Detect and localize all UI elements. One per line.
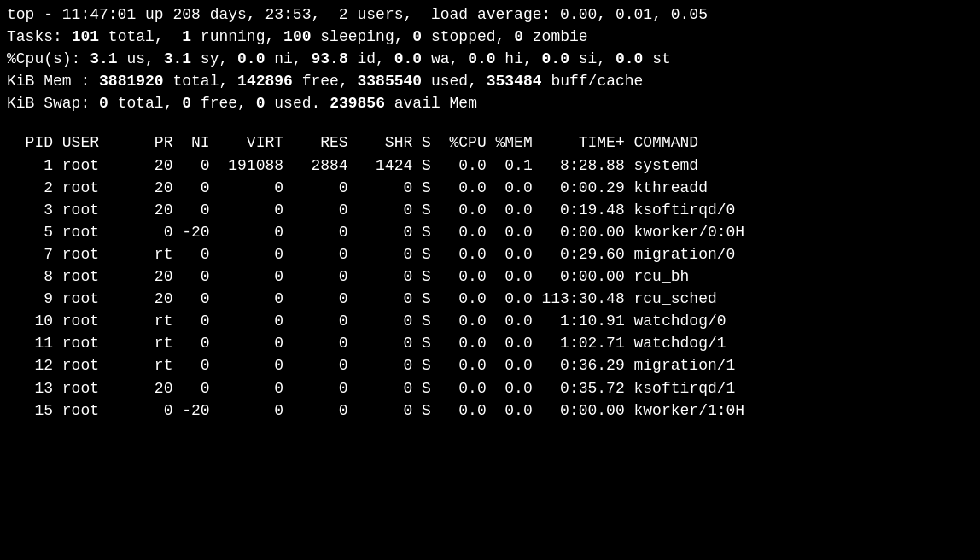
- swap-avail-val: 239856: [330, 95, 385, 112]
- cpu-id-label: id,: [348, 50, 394, 67]
- swap-total-label: total,: [108, 95, 182, 112]
- top-label: top -: [7, 6, 62, 23]
- swap-used-val: 0: [256, 95, 265, 112]
- table-row: 5 root 0 -20 0 0 0 S 0.0 0.0 0:00.00 kwo…: [7, 221, 973, 243]
- table-row: 3 root 20 0 0 0 0 S 0.0 0.0 0:19.48 ksof…: [7, 199, 973, 221]
- cpu-id-val: 93.8: [311, 50, 347, 67]
- current-time: 11:47:01: [62, 6, 136, 23]
- table-row: 2 root 20 0 0 0 0 S 0.0 0.0 0:00.29 kthr…: [7, 177, 973, 199]
- mem-total-val: 3881920: [99, 73, 164, 90]
- table-row: 12 root rt 0 0 0 0 S 0.0 0.0 0:36.29 mig…: [7, 354, 973, 376]
- tasks-running-rest: running,: [191, 28, 283, 45]
- tasks-stopped-val: 0: [412, 28, 422, 45]
- header-line-tasks: Tasks: 101 total, 1 running, 100 sleepin…: [7, 26, 973, 48]
- table-row: 7 root rt 0 0 0 0 S 0.0 0.0 0:29.60 migr…: [7, 243, 973, 265]
- uptime-info: up 208 days, 23:53, 2 users, load averag…: [136, 6, 708, 23]
- mem-cache-label: buff/cache: [542, 73, 644, 90]
- tasks-running-val: 1: [182, 28, 191, 45]
- mem-free-val: 142896: [237, 73, 293, 90]
- terminal-window: top - 11:47:01 up 208 days, 23:53, 2 use…: [7, 3, 973, 422]
- tasks-zombie-rest: zombie: [523, 28, 588, 45]
- mem-label: KiB Mem :: [7, 73, 99, 90]
- mem-free-label: free,: [293, 73, 358, 90]
- table-row: 11 root rt 0 0 0 0 S 0.0 0.0 1:02.71 wat…: [7, 332, 973, 354]
- table-row: 9 root 20 0 0 0 0 S 0.0 0.0 113:30.48 rc…: [7, 288, 973, 310]
- cpu-label: %Cpu(s):: [7, 50, 90, 67]
- swap-free-val: 0: [182, 95, 191, 112]
- mem-cache-val: 353484: [487, 73, 542, 90]
- cpu-wa-label: wa,: [422, 50, 468, 67]
- mem-used-val: 3385540: [358, 73, 423, 90]
- tasks-stopped-rest: stopped,: [422, 28, 514, 45]
- table-header: PID USER PR NI VIRT RES SHR S %CPU %MEM …: [7, 131, 973, 154]
- tasks-sleeping-rest: sleeping,: [312, 28, 413, 45]
- cpu-ni-label: ni,: [265, 50, 311, 67]
- cpu-sy-label: sy,: [191, 50, 237, 67]
- mem-used-label: used,: [422, 73, 487, 90]
- swap-used-label: used.: [265, 95, 330, 112]
- table-row: 15 root 0 -20 0 0 0 S 0.0 0.0 0:00.00 kw…: [7, 400, 973, 422]
- cpu-st-val: 0.0: [615, 50, 643, 67]
- cpu-hi-val: 0.0: [468, 50, 495, 67]
- header-line-mem: KiB Mem : 3881920 total, 142896 free, 33…: [7, 70, 973, 92]
- swap-free-label: free,: [191, 95, 256, 112]
- tasks-total-val: 101: [72, 28, 99, 45]
- header-line-cpu: %Cpu(s): 3.1 us, 3.1 sy, 0.0 ni, 93.8 id…: [7, 48, 973, 70]
- process-list: 1 root 20 0 191088 2884 1424 S 0.0 0.1 8…: [7, 155, 973, 422]
- cpu-si-label: si,: [569, 50, 615, 67]
- tasks-total-rest: total,: [99, 28, 182, 45]
- header-line-swap: KiB Swap: 0 total, 0 free, 0 used. 23985…: [7, 92, 973, 114]
- cpu-si-val: 0.0: [542, 50, 569, 67]
- header-line-1: top - 11:47:01 up 208 days, 23:53, 2 use…: [7, 3, 973, 26]
- swap-avail-label: avail Mem: [385, 95, 477, 112]
- tasks-label: Tasks:: [7, 28, 72, 45]
- swap-label: KiB Swap:: [7, 95, 99, 112]
- cpu-ni-val: 0.0: [237, 50, 265, 67]
- cpu-us-val: 3.1: [90, 50, 117, 67]
- tasks-sleeping-val: 100: [283, 28, 311, 45]
- swap-total-val: 0: [99, 95, 108, 112]
- cpu-wa-val: 0.0: [394, 50, 422, 67]
- table-row: 13 root 20 0 0 0 0 S 0.0 0.0 0:35.72 kso…: [7, 377, 973, 400]
- divider: [7, 114, 973, 118]
- table-row: 1 root 20 0 191088 2884 1424 S 0.0 0.1 8…: [7, 155, 973, 177]
- cpu-hi-label: hi,: [496, 50, 542, 67]
- cpu-st-label: st: [643, 50, 670, 67]
- tasks-zombie-val: 0: [514, 28, 523, 45]
- table-row: 8 root 20 0 0 0 0 S 0.0 0.0 0:00.00 rcu_…: [7, 265, 973, 288]
- mem-total-label: total,: [164, 73, 237, 90]
- cpu-sy-val: 3.1: [164, 50, 191, 67]
- cpu-us-label: us,: [118, 50, 164, 67]
- table-row: 10 root rt 0 0 0 0 S 0.0 0.0 1:10.91 wat…: [7, 310, 973, 332]
